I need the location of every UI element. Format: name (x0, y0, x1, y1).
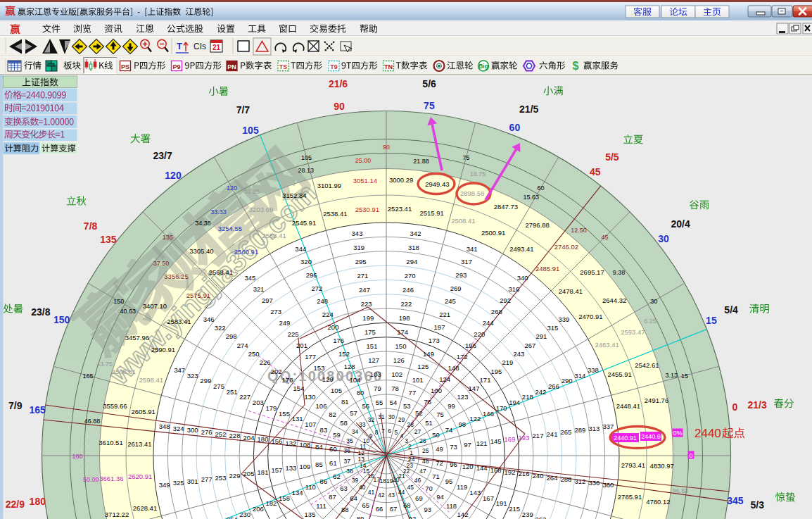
svg-text:2448.41: 2448.41 (616, 402, 640, 410)
svg-text:26: 26 (419, 437, 426, 444)
svg-text:3661.36: 3661.36 (99, 475, 123, 482)
svg-text:124: 124 (439, 375, 450, 383)
svg-text:9.38: 9.38 (613, 269, 626, 276)
svg-text:218: 218 (522, 393, 533, 401)
svg-text:194: 194 (509, 399, 520, 406)
svg-text:150: 150 (53, 314, 70, 325)
svg-text:Big: Big (478, 63, 488, 70)
svg-text:181: 181 (258, 468, 269, 476)
svg-text:2485.91: 2485.91 (535, 265, 559, 273)
svg-text:173: 173 (429, 337, 440, 344)
svg-text:337: 337 (602, 423, 614, 430)
svg-text:2796.88: 2796.88 (526, 221, 550, 229)
svg-text:103: 103 (370, 370, 381, 378)
svg-text:2545.91: 2545.91 (292, 219, 316, 227)
svg-text:156: 156 (271, 437, 282, 445)
svg-text:180: 180 (258, 435, 269, 443)
svg-text:225: 225 (288, 330, 299, 338)
svg-text:275: 275 (213, 382, 224, 390)
svg-text:45: 45 (601, 234, 608, 241)
svg-text:100: 100 (431, 387, 442, 394)
svg-text:37.50: 37.50 (153, 260, 170, 267)
svg-text:60: 60 (537, 185, 544, 192)
svg-text:104: 104 (349, 376, 360, 384)
svg-text:$: $ (573, 60, 579, 72)
svg-text:51: 51 (425, 419, 433, 427)
svg-text:203: 203 (253, 399, 264, 406)
svg-text:347: 347 (174, 366, 185, 374)
svg-text:219: 219 (502, 358, 513, 366)
svg-text:223: 223 (361, 300, 372, 308)
svg-text:198: 198 (399, 314, 410, 322)
svg-text:33: 33 (359, 421, 366, 428)
svg-text:126: 126 (393, 356, 405, 364)
svg-text:3101.99: 3101.99 (317, 182, 341, 189)
svg-text:27: 27 (414, 428, 421, 435)
svg-text:274: 274 (237, 342, 248, 349)
svg-text:316: 316 (508, 285, 519, 293)
svg-text:2478.41: 2478.41 (559, 287, 583, 295)
svg-text:30: 30 (388, 413, 395, 420)
svg-text:240: 240 (533, 472, 544, 480)
svg-text:320: 320 (300, 258, 312, 265)
svg-text:101: 101 (412, 376, 424, 384)
svg-text:150: 150 (395, 342, 407, 350)
svg-text:222: 222 (400, 300, 412, 308)
svg-text:29: 29 (398, 416, 405, 423)
svg-text:217: 217 (533, 432, 544, 439)
svg-text:44: 44 (398, 489, 405, 496)
svg-text:60: 60 (329, 445, 337, 453)
svg-text:191: 191 (496, 499, 507, 507)
svg-text:247: 247 (359, 286, 370, 294)
svg-text:2593.47: 2593.47 (621, 328, 645, 336)
svg-text:2: 2 (408, 443, 412, 450)
svg-text:5/6: 5/6 (422, 78, 436, 89)
svg-text:146: 146 (483, 410, 494, 418)
svg-text:206: 206 (253, 505, 264, 513)
svg-text:3356.25: 3356.25 (164, 273, 188, 280)
svg-text:2695.17: 2695.17 (580, 268, 604, 276)
svg-text:2598.41: 2598.41 (139, 376, 163, 384)
svg-text:248: 248 (317, 297, 328, 305)
svg-text:3559.66: 3559.66 (103, 402, 127, 410)
svg-text:147: 147 (469, 384, 480, 392)
svg-text:38: 38 (346, 468, 353, 475)
svg-text:62: 62 (333, 473, 341, 480)
svg-text:176: 176 (333, 337, 344, 344)
svg-text:99: 99 (448, 402, 455, 410)
svg-text:45: 45 (590, 166, 601, 177)
svg-text:179: 179 (265, 404, 277, 412)
svg-text:2440: 2440 (694, 427, 721, 440)
svg-text:2508.41: 2508.41 (451, 217, 475, 225)
svg-text:88: 88 (341, 506, 349, 513)
svg-text:6.25: 6.25 (644, 318, 656, 325)
svg-text:36: 36 (344, 447, 351, 454)
svg-text:2847.73: 2847.73 (494, 203, 518, 211)
svg-text:2620.91: 2620.91 (128, 473, 152, 480)
svg-text:345: 345 (727, 495, 744, 506)
svg-text:3254.55: 3254.55 (218, 225, 242, 232)
svg-text:21/3: 21/3 (747, 399, 766, 411)
svg-text:28.13: 28.13 (298, 167, 314, 174)
svg-text:2470.91: 2470.91 (578, 313, 602, 320)
svg-text:71: 71 (432, 473, 440, 480)
svg-text:66: 66 (376, 505, 383, 513)
svg-text:195: 195 (490, 368, 502, 375)
svg-text:24: 24 (408, 456, 415, 463)
svg-text:57: 57 (350, 409, 357, 417)
svg-text:245: 245 (445, 297, 456, 305)
svg-text:157: 157 (271, 466, 282, 474)
svg-text:46.88: 46.88 (84, 418, 101, 425)
svg-text:73: 73 (450, 443, 457, 451)
svg-text:37: 37 (344, 458, 351, 465)
svg-text:216: 216 (519, 470, 530, 477)
svg-text:244: 244 (483, 319, 494, 327)
svg-text:152: 152 (338, 350, 350, 358)
svg-text:2440.91: 2440.91 (614, 434, 637, 442)
svg-text:127: 127 (368, 356, 379, 364)
svg-text:3407.10: 3407.10 (143, 302, 167, 310)
svg-text:90: 90 (383, 144, 390, 151)
svg-text:2455.91: 2455.91 (607, 370, 631, 378)
svg-text:23/8: 23/8 (31, 306, 50, 318)
svg-text:201: 201 (296, 342, 307, 349)
